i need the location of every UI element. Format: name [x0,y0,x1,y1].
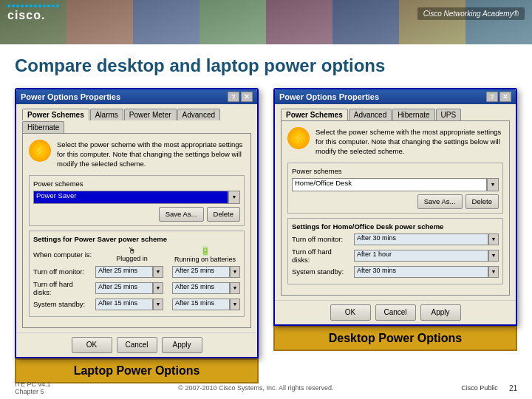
desktop-harddisk-input[interactable]: After 1 hour [354,250,488,262]
desktop-scheme-row: Home/Office Desk ▼ [292,178,499,191]
desktop-monitor-arrow[interactable]: ▼ [488,233,499,245]
plugged-label: Plugged in [97,255,167,262]
desktop-harddisk-arrow[interactable]: ▼ [488,250,499,262]
cisco-dot [16,4,19,7]
desktop-standby-input[interactable]: After 30 mins [354,266,488,278]
close-button[interactable]: ✕ [241,92,253,102]
desktop-settings-title: Settings for Home/Office Desk power sche… [292,222,499,231]
harddisk-plugged-dropdown[interactable]: After 25 mins ▼ [95,282,163,294]
desktop-caption: Desktop Power Options [273,326,517,351]
cancel-button-laptop[interactable]: Cancel [117,337,157,353]
footer-page-number: 21 [509,384,517,392]
standby-plugged-dropdown[interactable]: After 15 mins ▼ [95,299,163,310]
monitor-plugged-dropdown[interactable]: After 25 mins ▼ [95,266,163,278]
desktop-monitor-row: Turn off monitor: After 30 mins ▼ [292,233,499,245]
monitor-row: Turn off monitor: After 25 mins ▼ After … [33,266,240,278]
delete-button-desktop[interactable]: Delete [466,194,499,209]
desktop-tabs: Power Schemes Advanced Hibernate UPS [281,109,510,120]
laptop-titlebar: Power Options Properties ? ✕ [16,89,257,104]
power-icon-desktop: ⚡ [287,127,310,149]
harddisk-plugged-arrow[interactable]: ▼ [153,282,163,294]
monitor-battery-input[interactable]: After 25 mins [172,266,230,278]
when-label: When computer is: [33,250,92,259]
tab-power-schemes-laptop[interactable]: Power Schemes [22,109,89,120]
desktop-scheme-arrow[interactable]: ▼ [487,178,499,191]
tab-alarms[interactable]: Alarms [90,109,123,120]
desktop-settings-section: Settings for Home/Office Desk power sche… [287,218,503,284]
photo-block [466,0,532,44]
tab-ups[interactable]: UPS [436,109,462,120]
desktop-info-text: Select the power scheme with the most ap… [316,127,503,157]
tab-hibernate-desktop[interactable]: Hibernate [392,109,434,120]
laptop-info-section: ⚡ Select the power scheme with the most … [29,140,245,169]
desktop-monitor-dropdown[interactable]: After 30 mins ▼ [354,233,499,245]
when-row: When computer is: 🖱 Plugged in 🔋 Running… [33,246,240,263]
save-as-button-laptop[interactable]: Save As... [159,207,204,222]
cisco-dot [56,4,59,7]
save-as-button-desktop[interactable]: Save As... [417,194,463,209]
footer-chapter: Chapter 5 [15,388,51,395]
monitor-battery-arrow[interactable]: ▼ [230,266,240,278]
main-content: Compare desktop and laptop power options… [0,44,532,391]
footer-copyright: © 2007-2010 Cisco Systems, Inc. All righ… [178,384,333,392]
laptop-dialog-body: Power Schemes Alarms Power Meter Advance… [16,104,257,332]
harddisk-battery-input[interactable]: After 25 mins [172,282,230,294]
scheme-dropdown[interactable]: Power Saver ▼ [33,191,240,204]
apply-button-desktop[interactable]: Apply [420,304,461,321]
cisco-logo-text: cisco. [7,9,59,22]
ok-button-desktop[interactable]: OK [330,304,371,321]
desktop-scheme-input[interactable]: Home/Office Desk [292,178,487,191]
tab-power-meter[interactable]: Power Meter [124,109,177,120]
battery-icon: 🔋 [170,246,240,256]
photo-block [266,0,332,44]
desktop-dialog-title: Power Options Properties [279,92,379,101]
laptop-dialog-title: Power Options Properties [21,92,120,101]
standby-plugged-arrow[interactable]: ▼ [153,299,163,310]
apply-button-laptop[interactable]: Apply [162,337,202,353]
monitor-battery-dropdown[interactable]: After 25 mins ▼ [172,266,240,278]
desktop-titlebar: Power Options Properties ? ✕ [275,89,516,104]
desktop-standby-dropdown[interactable]: After 30 mins ▼ [354,266,499,278]
desktop-standby-label: System standby: [292,267,351,276]
desktop-dialog-container: Power Options Properties ? ✕ Power Schem… [273,88,517,383]
standby-battery-input[interactable]: After 15 mins [172,299,230,310]
scheme-input[interactable]: Power Saver [33,191,228,204]
desktop-power-schemes-box: Power schemes Home/Office Desk ▼ Save As… [287,163,503,214]
harddisk-battery-dropdown[interactable]: After 25 mins ▼ [172,282,240,294]
close-button-desktop[interactable]: ✕ [499,92,511,102]
harddisk-plugged-input[interactable]: After 25 mins [95,282,153,294]
monitor-plugged-arrow[interactable]: ▼ [153,266,163,278]
desktop-dialog-body: Power Schemes Advanced Hibernate UPS ⚡ S… [275,104,516,300]
desktop-monitor-input[interactable]: After 30 mins [354,233,488,245]
desktop-scheme-dropdown[interactable]: Home/Office Desk ▼ [292,178,499,191]
help-button[interactable]: ? [228,92,239,102]
desktop-harddisk-dropdown[interactable]: After 1 hour ▼ [354,250,499,262]
cisco-dot [52,4,55,7]
page-title: Compare desktop and laptop power options [15,55,517,77]
tab-power-schemes-desktop[interactable]: Power Schemes [281,109,348,120]
ok-button-laptop[interactable]: OK [72,337,112,353]
laptop-settings-section: Settings for Power Saver power scheme Wh… [29,231,245,317]
standby-row: System standby: After 15 mins ▼ After 15… [33,299,240,310]
scheme-arrow[interactable]: ▼ [228,191,240,204]
desktop-standby-arrow[interactable]: ▼ [488,266,499,278]
footer-right-area: Cisco Public 21 [461,384,517,392]
help-button-desktop[interactable]: ? [486,92,498,102]
tab-advanced-desktop[interactable]: Advanced [349,109,392,120]
desktop-harddisk-row: Turn off hard disks: After 1 hour ▼ [292,248,499,264]
standby-battery-arrow[interactable]: ▼ [230,299,240,310]
monitor-plugged-input[interactable]: After 25 mins [95,266,153,278]
tab-advanced-laptop[interactable]: Advanced [177,109,220,120]
cancel-button-desktop[interactable]: Cancel [375,304,416,321]
delete-button-laptop[interactable]: Delete [207,207,240,222]
tab-hibernate[interactable]: Hibernate [22,121,64,133]
cisco-dot [30,4,33,7]
harddisk-battery-arrow[interactable]: ▼ [230,282,240,294]
standby-plugged-input[interactable]: After 15 mins [95,299,153,310]
desktop-standby-row: System standby: After 30 mins ▼ [292,266,499,278]
footer-left: ITE PC v4.1 Chapter 5 [15,381,51,395]
standby-battery-dropdown[interactable]: After 15 mins ▼ [172,299,240,310]
desktop-harddisk-label: Turn off hard disks: [292,248,351,264]
photo-strip [0,0,532,44]
desktop-info-section: ⚡ Select the power scheme with the most … [287,127,503,157]
